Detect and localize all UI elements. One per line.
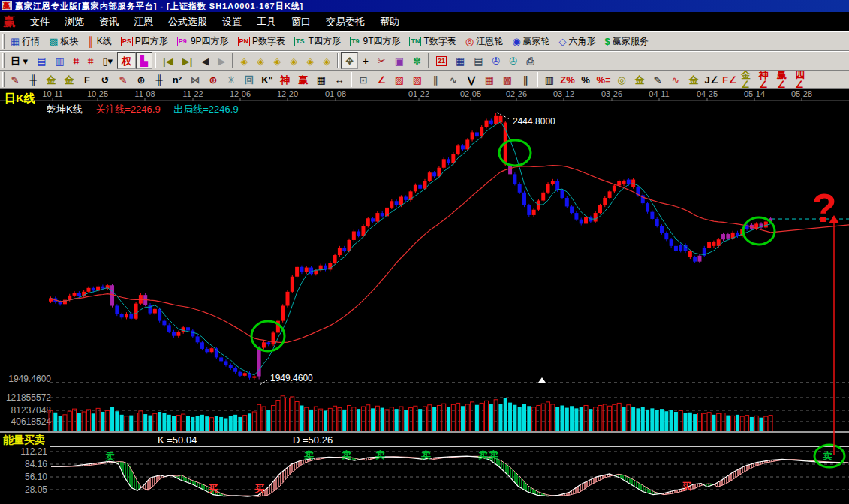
shift-right-button[interactable]: ◈ <box>252 52 269 69</box>
menu-item-3[interactable]: 江恩 <box>126 14 161 29</box>
prev-bar-button[interactable]: ◀ <box>197 52 213 69</box>
menu-item-2[interactable]: 资讯 <box>92 14 126 29</box>
zoom-out-button[interactable]: ◈ <box>318 52 335 69</box>
f-angle-tool[interactable]: F∠ <box>721 71 739 88</box>
knot-tool-button[interactable]: ✽ <box>408 52 426 69</box>
parallel-lines-tool[interactable]: ∥ <box>426 71 444 88</box>
menu-item-7[interactable]: 窗口 <box>284 14 318 29</box>
print-button[interactable]: ⎙ <box>522 52 538 69</box>
crosshair-tool-button[interactable]: + <box>358 52 373 69</box>
zigzag-tool[interactable]: ∿ <box>444 71 462 88</box>
candle-pen-tool[interactable]: ✎ <box>649 71 667 88</box>
gann-grid-tool[interactable]: ╫ <box>24 71 42 88</box>
info-mine-icon[interactable]: ▥ <box>50 52 68 69</box>
comb-tool[interactable]: ╫ <box>150 71 168 88</box>
hexagon-button[interactable]: ◇六角形 <box>555 33 601 50</box>
winner-wheel-button[interactable]: ◉赢家轮 <box>507 33 554 50</box>
calculator-button[interactable]: ▦ <box>451 52 469 69</box>
star-grid-tool[interactable]: ✳ <box>222 71 240 88</box>
percent-z-tool[interactable]: Z% <box>558 71 577 88</box>
stamp-tool-button[interactable]: ▣ <box>390 52 408 69</box>
menu-item-4[interactable]: 公式选股 <box>161 14 215 29</box>
hand-tool-button[interactable]: ✥ <box>341 52 358 69</box>
calendar-21-button[interactable]: 21 <box>432 52 451 69</box>
erase-tool-button[interactable]: ✂ <box>373 52 390 69</box>
fan-lines-tool[interactable]: ∠ <box>372 71 390 88</box>
k-mark-tool[interactable]: K" <box>258 71 276 88</box>
chip-distribution-icon[interactable]: ▤ <box>32 52 50 69</box>
square-spiral-tool[interactable]: 回 <box>240 71 258 88</box>
shen-grid-tool[interactable]: 神 <box>276 71 294 88</box>
dense-grid2-tool[interactable]: ▩ <box>498 71 516 88</box>
band-tool[interactable]: ∿ <box>667 71 685 88</box>
gold-grid2-tool[interactable]: 金 <box>60 71 78 88</box>
save-web-button[interactable]: ✇ <box>504 52 522 69</box>
gold-angle-tool[interactable]: 金∠ <box>739 71 757 88</box>
memo-button[interactable]: ▤ <box>469 52 487 69</box>
n2-tool[interactable]: n² <box>168 71 186 88</box>
next-bar-button[interactable]: ▶ <box>213 52 230 69</box>
p9-square-button[interactable]: P99P四方形 <box>173 33 233 50</box>
zoom-in-button[interactable]: ◈ <box>302 52 318 69</box>
time-circle-tool[interactable]: ⊕ <box>132 71 150 88</box>
mirror-angle-tool[interactable]: ⋈ <box>186 71 204 88</box>
f-square-tool[interactable]: F <box>78 71 96 88</box>
pen2-tool[interactable]: ✎ <box>114 71 132 88</box>
spiral-tool[interactable]: ↺ <box>96 71 114 88</box>
red-grid-tool[interactable]: ▨ <box>390 71 408 88</box>
sectors-button[interactable]: ▩板块 <box>44 33 83 50</box>
percent-lines-tool[interactable]: %≡ <box>595 71 613 88</box>
candle-style-dropdown[interactable]: ▯▾ <box>98 52 117 69</box>
menu-item-9[interactable]: 帮助 <box>372 14 407 29</box>
slash-tool[interactable]: ∥ <box>516 71 534 88</box>
t-square-button[interactable]: TST四方形 <box>290 33 345 50</box>
red-grid2-tool[interactable]: ▧ <box>408 71 426 88</box>
chart-box-tool[interactable]: ▥ <box>540 71 558 88</box>
ying-angle-tool[interactable]: 赢∠ <box>775 71 793 88</box>
p-square-button[interactable]: PSP四方形 <box>116 33 173 50</box>
gann-wheel-button[interactable]: ◎江恩轮 <box>461 33 507 50</box>
quotes-button[interactable]: ▦行情 <box>6 33 44 50</box>
menu-item-6[interactable]: 工具 <box>249 14 284 29</box>
last-page-button[interactable]: ▶| <box>178 52 197 69</box>
measure-box-tool[interactable]: ⊡ <box>354 71 372 88</box>
menu-item-1[interactable]: 浏览 <box>57 14 92 29</box>
gold-circle-tool[interactable]: ◎ <box>613 71 631 88</box>
pen-tool[interactable]: ✎ <box>6 71 24 88</box>
candle-body <box>537 201 540 210</box>
v-wave-tool[interactable]: ⋁ <box>462 71 480 88</box>
j-angle-tool[interactable]: J∠ <box>703 71 721 88</box>
expand-h-button[interactable]: ◈ <box>269 52 285 69</box>
span-arrow-tool[interactable]: ↔ <box>330 71 348 88</box>
t-number-button[interactable]: TNT数字表 <box>405 33 460 50</box>
chart-area[interactable]: 10-1110-2511-0811-2212-0612-2001-0801-22… <box>0 88 849 504</box>
save-button[interactable]: ✇ <box>488 52 505 69</box>
compress-h-button[interactable]: ◈ <box>285 52 302 69</box>
restore-rights-icon[interactable]: 权 <box>117 52 136 69</box>
percent-tool[interactable]: % <box>577 71 595 88</box>
winner-service-button[interactable]: $赢家服务 <box>601 33 653 50</box>
circle-cross-tool[interactable]: ⊕ <box>204 71 222 88</box>
indicator-panel-icon[interactable]: ▙ <box>136 52 152 69</box>
kline-button[interactable]: ║K线 <box>83 33 116 50</box>
dense-grid-tool[interactable]: ▦ <box>480 71 498 88</box>
grid-3-chart-icon[interactable]: ⌗ <box>69 52 83 69</box>
gold-grid1-tool[interactable]: 金 <box>42 71 60 88</box>
si-angle-tool[interactable]: 四∠ <box>793 71 811 88</box>
menu-item-5[interactable]: 设置 <box>215 14 249 29</box>
gold-band-tool[interactable]: 金 <box>685 71 703 88</box>
ruler-grid-tool[interactable]: ▦ <box>312 71 330 88</box>
t9-square-button[interactable]: T99T四方形 <box>345 33 405 50</box>
period-dropdown[interactable]: 日 ▾ <box>6 52 32 69</box>
ying-grid-tool[interactable]: 赢 <box>294 71 312 88</box>
shift-left-button[interactable]: ◈ <box>236 52 252 69</box>
first-page-button[interactable]: |◀ <box>158 52 178 69</box>
grid-9-chart-icon[interactable]: ⌗ <box>83 52 98 69</box>
shen-angle-tool[interactable]: 神∠ <box>757 71 775 88</box>
p-number-button[interactable]: PNP数字表 <box>233 33 291 50</box>
menu-item-0[interactable]: 文件 <box>23 14 57 29</box>
osc-label-2: 56.10 <box>25 472 47 482</box>
gold-lines-tool[interactable]: 金 <box>631 71 649 88</box>
info-mine-icon-icon: ▥ <box>55 56 64 66</box>
menu-item-8[interactable]: 交易委托 <box>318 14 372 29</box>
